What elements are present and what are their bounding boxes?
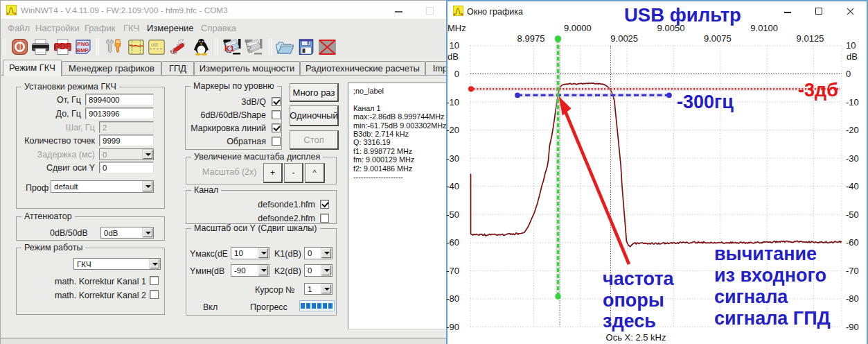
svg-text:dB: dB (151, 42, 158, 48)
svg-text:K1: K1 (224, 44, 234, 53)
svg-text:2: 2 (247, 44, 251, 53)
svg-text:BMP: BMP (76, 47, 89, 53)
svg-text:PNG: PNG (77, 41, 89, 47)
svg-text:PDF: PDF (55, 42, 71, 51)
